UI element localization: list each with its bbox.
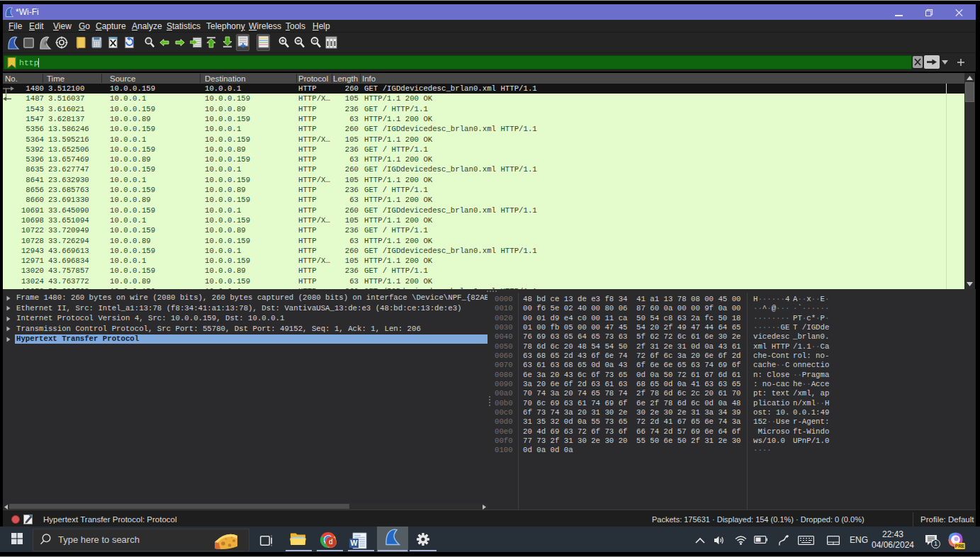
svg-text:W: W — [351, 539, 358, 547]
